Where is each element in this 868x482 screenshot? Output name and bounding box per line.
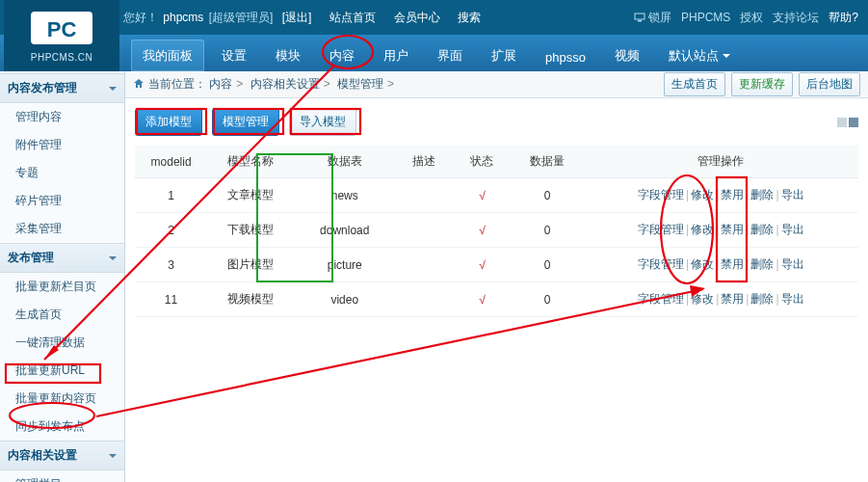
cell: picture <box>294 248 395 282</box>
cell: 0 <box>511 178 583 213</box>
top-link-search[interactable]: 搜索 <box>458 11 481 24</box>
sidebar-item-2-0[interactable]: 管理栏目 <box>0 470 124 482</box>
op-0[interactable]: 字段管理 <box>638 257 684 271</box>
svg-rect-0 <box>635 13 644 19</box>
table-row: 11视频模型video√0字段管理|修改|禁用|删除|导出 <box>135 282 858 317</box>
forum-link[interactable]: 支持论坛 <box>773 10 819 26</box>
chevron-down-icon <box>109 454 117 462</box>
menu-tab-1[interactable]: 设置 <box>210 40 258 71</box>
cell: 文章模型 <box>207 178 294 213</box>
menu-tab-0[interactable]: 我的面板 <box>131 40 204 71</box>
sidebar-item-1-5[interactable]: 同步到发布点 <box>0 413 124 441</box>
op-1[interactable]: 修改 <box>691 292 714 306</box>
menu-tab-6[interactable]: 扩展 <box>480 40 528 71</box>
sidebar-item-0-0[interactable]: 管理内容 <box>0 103 124 131</box>
op-0[interactable]: 字段管理 <box>638 188 684 201</box>
crumb-0[interactable]: 内容 <box>209 77 232 91</box>
sidebar-group-head-1[interactable]: 发布管理 <box>0 243 124 273</box>
cell: video <box>294 282 395 317</box>
btn-generate-home[interactable]: 生成首页 <box>664 72 725 96</box>
cell: 11 <box>135 282 207 317</box>
op-3[interactable]: 删除 <box>750 188 774 201</box>
sidebar-item-0-3[interactable]: 碎片管理 <box>0 187 124 215</box>
col-header-5: 数据量 <box>511 146 583 178</box>
cell: download <box>294 213 395 248</box>
col-header-0: modelid <box>135 146 207 178</box>
user-role: [超级管理员] <box>209 11 274 24</box>
logout-link[interactable]: [退出] <box>282 11 312 24</box>
op-0[interactable]: 字段管理 <box>638 223 684 236</box>
lock-screen-link[interactable]: 锁屏 <box>634 10 671 26</box>
sidebar-item-1-0[interactable]: 批量更新栏目页 <box>0 273 124 301</box>
menu-tab-8[interactable]: 视频 <box>603 40 651 71</box>
sidebar-item-1-1[interactable]: 生成首页 <box>0 301 124 329</box>
cell: 下载模型 <box>207 213 294 248</box>
sidebar-item-1-3[interactable]: 批量更新URL <box>0 357 124 385</box>
op-4[interactable]: 导出 <box>781 223 804 236</box>
menu-tab-7[interactable]: phpsso <box>534 42 597 71</box>
op-3[interactable]: 删除 <box>750 223 774 236</box>
op-3[interactable]: 删除 <box>750 292 774 306</box>
username-link[interactable]: phpcms <box>163 11 203 24</box>
op-2[interactable]: 禁用 <box>721 188 744 201</box>
op-2[interactable]: 禁用 <box>721 223 744 236</box>
op-3[interactable]: 删除 <box>750 257 774 271</box>
layout-toggle-icon[interactable] <box>837 118 858 127</box>
btn-manage-model[interactable]: 模型管理 <box>212 108 279 136</box>
home-icon[interactable] <box>133 78 145 92</box>
sidebar-item-0-4[interactable]: 采集管理 <box>0 215 124 243</box>
btn-import-model[interactable]: 导入模型 <box>289 108 356 136</box>
cell <box>395 248 453 282</box>
menu-tab-2[interactable]: 模块 <box>264 40 312 71</box>
btn-add-model[interactable]: 添加模型 <box>135 108 202 136</box>
menu-tab-4[interactable]: 用户 <box>372 40 420 71</box>
op-4[interactable]: 导出 <box>781 292 804 306</box>
table-row: 1文章模型news√0字段管理|修改|禁用|删除|导出 <box>135 178 858 213</box>
sidebar-group-head-2[interactable]: 内容相关设置 <box>0 441 124 470</box>
logo-domain: PHPCMS.CN <box>31 52 93 63</box>
top-link-home[interactable]: 站点首页 <box>329 11 376 24</box>
auth-link[interactable]: 授权 <box>740 10 763 26</box>
top-link-member[interactable]: 会员中心 <box>394 11 440 24</box>
btn-sitemap[interactable]: 后台地图 <box>799 72 860 96</box>
sidebar-item-0-2[interactable]: 专题 <box>0 159 124 187</box>
menu-tab-5[interactable]: 界面 <box>426 40 474 71</box>
menu-tab-3[interactable]: 内容 <box>318 40 366 71</box>
crumb-1[interactable]: 内容相关设置 <box>250 77 320 91</box>
menu-tab-9[interactable]: 默认站点 <box>657 40 742 71</box>
crumb-2[interactable]: 模型管理 <box>337 77 383 91</box>
op-2[interactable]: 禁用 <box>721 257 744 271</box>
svg-text:PC: PC <box>47 17 77 41</box>
col-header-6: 管理操作 <box>584 146 858 178</box>
op-4[interactable]: 导出 <box>781 257 804 271</box>
cell: 3 <box>135 248 207 282</box>
logo[interactable]: PC PHPCMS.CN <box>4 0 119 71</box>
sidebar-item-1-2[interactable]: 一键清理数据 <box>0 329 124 357</box>
op-1[interactable]: 修改 <box>691 223 714 236</box>
cell: 0 <box>511 248 583 282</box>
op-1[interactable]: 修改 <box>691 188 714 201</box>
chevron-down-icon <box>109 256 117 264</box>
sidebar: 内容发布管理管理内容附件管理专题碎片管理采集管理发布管理批量更新栏目页生成首页一… <box>0 71 125 482</box>
op-2[interactable]: 禁用 <box>721 292 744 306</box>
btn-flush-cache[interactable]: 更新缓存 <box>731 72 793 96</box>
cell: 图片模型 <box>207 248 294 282</box>
sidebar-item-0-1[interactable]: 附件管理 <box>0 131 124 159</box>
brand-link[interactable]: PHPCMS <box>681 11 730 24</box>
cell: 0 <box>511 213 583 248</box>
sidebar-group-head-0[interactable]: 内容发布管理 <box>0 73 124 103</box>
cell: 2 <box>135 213 207 248</box>
op-4[interactable]: 导出 <box>781 188 804 201</box>
greeting: 您好！ phpcms [超级管理员] [退出] 站点首页 会员中心 搜索 <box>123 10 483 26</box>
monitor-icon <box>634 13 645 22</box>
op-0[interactable]: 字段管理 <box>638 292 684 306</box>
cell: 视频模型 <box>207 282 294 317</box>
breadcrumb: 当前位置： 内容> 内容相关设置> 模型管理> <box>148 76 398 93</box>
help-link[interactable]: 帮助? <box>829 10 858 26</box>
svg-rect-1 <box>638 20 642 22</box>
greeting-prefix: 您好！ <box>123 11 158 24</box>
top-right-links: 锁屏 PHPCMS 授权 支持论坛 帮助? <box>634 10 858 26</box>
cell <box>395 282 453 317</box>
sidebar-item-1-4[interactable]: 批量更新内容页 <box>0 385 124 413</box>
op-1[interactable]: 修改 <box>691 257 714 271</box>
